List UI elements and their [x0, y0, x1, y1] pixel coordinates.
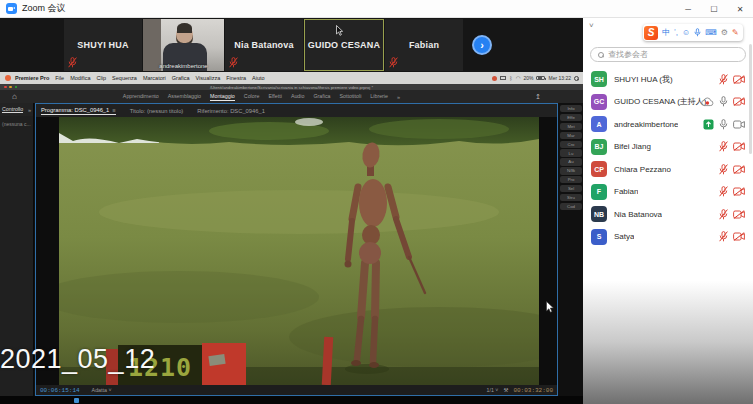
participant-row-satya[interactable]: S Satya — [583, 226, 753, 249]
apple-menu-icon[interactable] — [5, 75, 11, 81]
video-tile-andreakimbertone[interactable]: andreakimbertone — [143, 19, 224, 71]
participant-name: andreakimbertone — [614, 120, 678, 129]
meeting-stage: SHUYI HUA andreakimbertone Nia Batanova … — [0, 18, 583, 404]
search-participants-box[interactable] — [590, 47, 746, 62]
workspace-grafica[interactable]: Grafica — [313, 93, 330, 101]
participant-row-chiara-pezzano[interactable]: CP Chiara Pezzano — [583, 158, 753, 181]
panel-pill[interactable]: Met — [560, 123, 582, 130]
panel-pill[interactable]: Lu — [560, 149, 582, 156]
panel-pill[interactable]: Stru — [560, 194, 582, 201]
workspace-audio[interactable]: Audio — [291, 93, 305, 101]
tile-name: SHUYI HUA — [77, 40, 128, 50]
ime-mic-icon[interactable] — [694, 28, 701, 37]
panel-pill[interactable]: N/Bi — [560, 167, 582, 174]
panel-pill[interactable]: Cro — [560, 141, 582, 148]
menu-aiuto[interactable]: Aiuto — [252, 75, 265, 81]
workspace-colore[interactable]: Colore — [244, 93, 260, 101]
panel-pill[interactable]: Effe — [560, 114, 582, 121]
menu-app-name[interactable]: Premiere Pro — [15, 75, 49, 81]
menu-sequenza[interactable]: Sequenza — [112, 75, 137, 81]
sequence-duration: 00:03:32:00 — [513, 387, 553, 394]
avatar: SH — [591, 71, 607, 87]
current-timecode[interactable]: 00:06:15:14 — [40, 387, 80, 394]
ime-emoji-icon[interactable]: ☺ — [682, 29, 690, 37]
participant-name: SHUYI HUA (我) — [614, 74, 673, 85]
mic-muted-icon — [719, 74, 728, 85]
spotlight-search-icon[interactable] — [574, 76, 579, 81]
menu-visualizza[interactable]: Visualizza — [196, 75, 221, 81]
participant-row-andreakimbertone[interactable]: A andreakimbertone — [583, 113, 753, 136]
menu-modifica[interactable]: Modifica — [70, 75, 90, 81]
settings-wrench-icon[interactable]: ⚒ — [503, 387, 508, 393]
ime-lang-toggle[interactable]: 中 — [662, 29, 670, 37]
workspace-sottotitoli[interactable]: Sottotitoli — [340, 93, 362, 101]
workspace-overflow[interactable]: » — [397, 94, 400, 100]
video-tile-fabian[interactable]: Fabian — [385, 19, 463, 71]
sogou-logo-icon[interactable]: S — [644, 26, 658, 40]
menu-clip[interactable]: Clip — [97, 75, 106, 81]
display-icon — [500, 76, 506, 81]
ime-keyboard-icon[interactable]: ⌨ — [705, 29, 717, 37]
video-off-icon — [733, 165, 745, 174]
participant-row-guido-cesana[interactable]: GC GUIDO CESANA (主持人) — [583, 91, 753, 114]
search-input[interactable] — [608, 50, 728, 59]
playback-resolution-dropdown[interactable]: 1/1 ˅ — [487, 387, 499, 393]
video-tile-guido-cesana[interactable]: GUIDO CESANA — [304, 19, 384, 71]
menubar-clock: Mer 13:22 — [548, 75, 571, 81]
window-titlebar: Zoom 会议 ─ ☐ ✕ — [0, 0, 753, 18]
participant-row-fabian[interactable]: F Fabian — [583, 181, 753, 204]
avatar: A — [591, 116, 607, 132]
ime-toolbox-icon[interactable]: ✎ — [732, 29, 739, 37]
panel-pill[interactable]: Info — [560, 105, 582, 112]
video-date-overlay: 2021_05_12 — [0, 344, 155, 375]
collapse-chevron-icon[interactable]: ˅ — [589, 21, 594, 30]
workspace-librerie[interactable]: Librerie — [370, 93, 388, 101]
video-tile-shuyi-hua[interactable]: SHUYI HUA — [64, 19, 142, 71]
ime-toolbar[interactable]: S 中 ʼ, ☺ ⌨ ⚙ ✎ — [643, 24, 743, 41]
menu-grafica[interactable]: Grafica — [172, 75, 190, 81]
panel-menu-icon[interactable]: ≡ — [112, 107, 115, 113]
panel-pill[interactable]: Mar — [560, 132, 582, 139]
workspace-effetti[interactable]: Effetti — [268, 93, 281, 101]
minimize-button[interactable]: ─ — [675, 0, 701, 18]
tab-controllo[interactable]: Controllo — [2, 106, 23, 113]
menu-marcatori[interactable]: Marcatori — [143, 75, 166, 81]
participant-row-nia-batanova[interactable]: NB Nia Batanova — [583, 203, 753, 226]
maximize-button[interactable]: ☐ — [701, 0, 727, 18]
menu-file[interactable]: File — [55, 75, 64, 81]
ime-account-icon[interactable]: ⚙ — [721, 29, 728, 37]
mic-muted-icon — [719, 186, 728, 197]
muted-mic-icon — [68, 57, 77, 68]
quick-export-icon[interactable]: ↥ — [535, 93, 541, 101]
panel-pill[interactable]: Sel — [560, 185, 582, 192]
transport-bar: 00:06:15:14 Adatta ˅ 1/1 ˅ ⚒ 00:03:32:00 — [36, 385, 557, 395]
menu-finestra[interactable]: Finestra — [226, 75, 246, 81]
avatar: CP — [591, 161, 607, 177]
zoom-level-dropdown[interactable]: Adatta ˅ — [92, 387, 112, 393]
panel-pill[interactable]: Pro — [560, 176, 582, 183]
workspace-apprendimento[interactable]: Apprendimento — [123, 93, 159, 101]
panel-overflow[interactable]: » — [28, 107, 31, 113]
zoom-app-icon — [6, 3, 17, 14]
video-off-icon — [733, 187, 745, 196]
tab-reference-monitor[interactable]: Riferimento: DSC_0946_1 — [197, 108, 265, 114]
tab-title-monitor[interactable]: Titolo: (nessun titolo) — [130, 108, 184, 114]
workspace-assemblaggio[interactable]: Assemblaggio — [168, 93, 201, 101]
close-button[interactable]: ✕ — [727, 0, 753, 18]
home-icon[interactable]: ⌂ — [12, 92, 17, 101]
bluetooth-icon: ᛒ — [509, 75, 512, 81]
panel-pill[interactable]: Cod — [560, 203, 582, 210]
tab-program-monitor[interactable]: Programma: DSC_0946_1≡ — [41, 107, 116, 115]
next-page-button[interactable]: › — [472, 35, 492, 55]
panel-pill[interactable]: Au — [560, 158, 582, 165]
muted-mic-icon — [389, 57, 398, 68]
participant-row-shuyi-hua[interactable]: SH SHUYI HUA (我) — [583, 68, 753, 91]
participant-row-bifei-jiang[interactable]: BJ Bifei Jiang — [583, 136, 753, 159]
no-clip-label: (nessuna c... — [2, 121, 33, 127]
mic-on-icon — [719, 96, 728, 107]
mic-muted-icon — [719, 231, 728, 242]
video-tile-nia-batanova[interactable]: Nia Batanova — [225, 19, 303, 71]
workspace-montaggio[interactable]: Montaggio — [210, 93, 235, 101]
participant-name: GUIDO CESANA (主持人) — [614, 96, 706, 107]
ime-punctuation-toggle[interactable]: ʼ, — [674, 29, 678, 37]
